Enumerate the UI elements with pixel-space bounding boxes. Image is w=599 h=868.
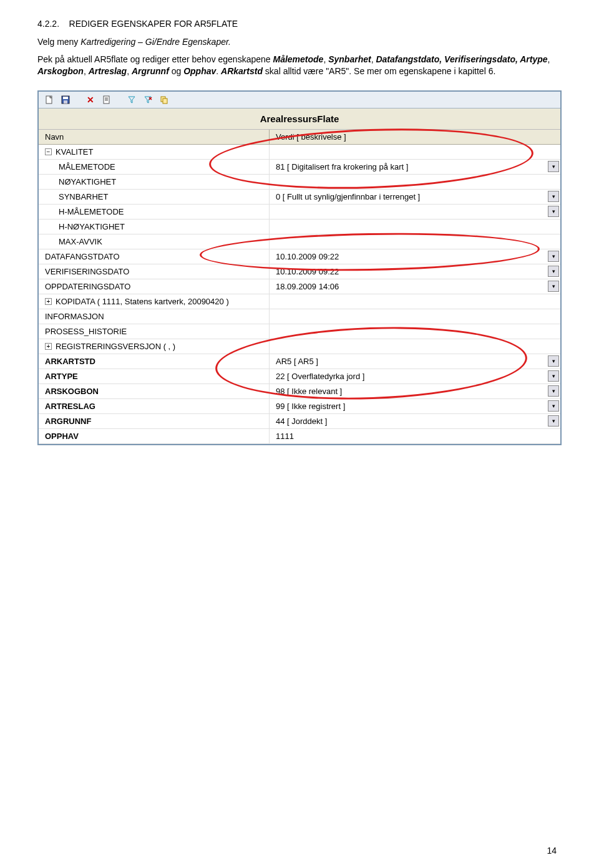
row-maxavvik[interactable]: MAX-AVVIK bbox=[39, 234, 560, 249]
filter-icon[interactable] bbox=[126, 94, 137, 105]
properties-panel-wrap: ✕ ArealressursFlate Navn Verdi [ beskriv… bbox=[37, 90, 562, 445]
chevron-down-icon[interactable]: ▾ bbox=[548, 161, 559, 172]
cell-name: SYNBARHET bbox=[39, 190, 270, 204]
row-artype[interactable]: ARTYPE 22 [ Overflatedyrka jord ]▾ bbox=[39, 369, 560, 384]
cell-value[interactable]: 10.10.2009 09:22 bbox=[276, 267, 339, 276]
cell-name: H-NØYAKTIGHET bbox=[39, 219, 270, 234]
cell-value[interactable]: 81 [ Digitalisert fra krokering på kart … bbox=[276, 162, 408, 171]
prop: ARkartstd bbox=[221, 66, 263, 76]
row-prosess-historie[interactable]: PROSESS_HISTORIE bbox=[39, 324, 560, 339]
chevron-down-icon[interactable]: ▾ bbox=[548, 206, 559, 217]
chevron-down-icon[interactable]: ▾ bbox=[548, 385, 559, 397]
cell-value[interactable]: AR5 [ AR5 ] bbox=[276, 357, 318, 366]
chevron-down-icon[interactable]: ▾ bbox=[548, 266, 559, 277]
text: Velg meny bbox=[37, 37, 80, 47]
copy-icon[interactable] bbox=[158, 94, 170, 105]
cell-name: KOPIDATA ( 1111, Statens kartverk, 20090… bbox=[56, 297, 229, 306]
cell-value[interactable] bbox=[270, 234, 560, 249]
chevron-down-icon[interactable]: ▾ bbox=[548, 370, 559, 382]
toolbar: ✕ bbox=[39, 92, 560, 109]
row-synbarhet[interactable]: SYNBARHET 0 [ Fullt ut synlig/gjenfinnba… bbox=[39, 190, 560, 205]
grid-header: Navn Verdi [ beskrivelse ] bbox=[39, 130, 560, 145]
cell-value[interactable] bbox=[270, 324, 560, 339]
row-oppdateringsdato[interactable]: OPPDATERINGSDATO 18.09.2009 14:06▾ bbox=[39, 279, 560, 294]
cell-value[interactable]: 18.09.2009 14:06 bbox=[276, 282, 339, 291]
cell-name: ARTRESLAG bbox=[39, 399, 270, 413]
properties-panel: ✕ ArealressursFlate Navn Verdi [ beskriv… bbox=[37, 90, 562, 445]
svg-rect-11 bbox=[163, 99, 167, 104]
text: Pek på aktuell AR5flate og rediger etter… bbox=[37, 54, 273, 64]
cell-name: DATAFANGSTDATO bbox=[39, 249, 270, 264]
expand-icon[interactable]: + bbox=[45, 298, 52, 305]
cell-value[interactable]: 10.10.2009 09:22 bbox=[276, 252, 339, 261]
chevron-down-icon[interactable]: ▾ bbox=[548, 400, 559, 412]
cell-value[interactable]: 98 [ Ikke relevant ] bbox=[276, 387, 342, 396]
panel-title: ArealressursFlate bbox=[45, 113, 554, 124]
row-opphav[interactable]: OPPHAV 1111 bbox=[39, 429, 560, 444]
cell-name: NØYAKTIGHET bbox=[39, 175, 270, 189]
delete-icon[interactable]: ✕ bbox=[85, 94, 96, 105]
header-value[interactable]: Verdi [ beskrivelse ] bbox=[270, 130, 560, 144]
cell-value[interactable]: 1111 bbox=[270, 429, 560, 443]
cell-name: KVALITET bbox=[56, 147, 93, 157]
cell-name: INFORMASJON bbox=[39, 309, 270, 324]
section-number: 4.2.2. bbox=[37, 19, 59, 29]
section-heading: 4.2.2. REDIGER EGENSKAPER FOR AR5FLATE bbox=[37, 19, 562, 29]
cell-value[interactable] bbox=[270, 219, 560, 234]
paragraph-2: Pek på aktuell AR5flate og rediger etter… bbox=[37, 54, 562, 78]
row-registreringsversjon[interactable]: +REGISTRERINGSVERSJON ( , ) bbox=[39, 339, 560, 354]
cell-name: PROSESS_HISTORIE bbox=[39, 324, 270, 339]
chevron-down-icon[interactable]: ▾ bbox=[548, 281, 559, 292]
cell-value[interactable]: 99 [ Ikke registrert ] bbox=[276, 402, 345, 411]
cell-value[interactable]: 44 [ Jorddekt ] bbox=[276, 417, 327, 426]
prop: Opphav bbox=[183, 66, 216, 76]
cell-name: ARKARTSTD bbox=[39, 354, 270, 369]
section-title-text: REDIGER EGENSKAPER FOR AR5FLATE bbox=[69, 19, 238, 29]
cell-value[interactable] bbox=[270, 294, 560, 309]
expand-icon[interactable]: + bbox=[45, 343, 52, 350]
cell-name: ARSKOGBON bbox=[39, 384, 270, 398]
row-datafangstdato[interactable]: DATAFANGSTDATO 10.10.2009 09:22▾ bbox=[39, 249, 560, 264]
cell-name: OPPDATERINGSDATO bbox=[39, 279, 270, 294]
prop: Målemetode bbox=[273, 54, 323, 64]
row-arkartstd[interactable]: ARKARTSTD AR5 [ AR5 ]▾ bbox=[39, 354, 560, 369]
chevron-down-icon[interactable]: ▾ bbox=[548, 355, 559, 367]
row-kopidata[interactable]: +KOPIDATA ( 1111, Statens kartverk, 2009… bbox=[39, 294, 560, 309]
row-kvalitet[interactable]: −KVALITET bbox=[39, 145, 560, 160]
cell-name: ARGRUNNF bbox=[39, 414, 270, 428]
cell-value[interactable] bbox=[270, 145, 560, 159]
cell-value[interactable] bbox=[270, 309, 560, 324]
row-noyaktighet[interactable]: NØYAKTIGHET bbox=[39, 175, 560, 190]
cell-value[interactable] bbox=[270, 175, 560, 189]
row-hmalemetode[interactable]: H-MÅLEMETODE ▾ bbox=[39, 205, 560, 219]
row-malemetode[interactable]: MÅLEMETODE 81 [ Digitalisert fra krokeri… bbox=[39, 160, 560, 175]
chevron-down-icon[interactable]: ▾ bbox=[548, 191, 559, 202]
panel-title-row: ArealressursFlate bbox=[39, 109, 560, 130]
row-hnoyaktighet[interactable]: H-NØYAKTIGHET bbox=[39, 219, 560, 234]
text: og bbox=[169, 66, 183, 76]
new-icon[interactable] bbox=[44, 94, 55, 105]
menu-path: Kartredigering – Gi/Endre Egenskaper. bbox=[80, 37, 231, 47]
cell-value[interactable] bbox=[270, 339, 560, 354]
header-name[interactable]: Navn bbox=[39, 130, 270, 144]
row-artreslag[interactable]: ARTRESLAG 99 [ Ikke registrert ]▾ bbox=[39, 399, 560, 414]
cell-name: VERIFISERINGSDATO bbox=[39, 264, 270, 279]
cell-value[interactable]: 22 [ Overflatedyrka jord ] bbox=[276, 372, 364, 381]
row-informasjon[interactable]: INFORMASJON bbox=[39, 309, 560, 324]
row-arskogbon[interactable]: ARSKOGBON 98 [ Ikke relevant ]▾ bbox=[39, 384, 560, 399]
filter-remove-icon[interactable] bbox=[142, 94, 153, 105]
row-argrunnf[interactable]: ARGRUNNF 44 [ Jorddekt ]▾ bbox=[39, 414, 560, 429]
save-icon[interactable] bbox=[60, 94, 71, 105]
prop: Arskogbon bbox=[37, 66, 84, 76]
chevron-down-icon[interactable]: ▾ bbox=[548, 251, 559, 262]
svg-rect-2 bbox=[63, 97, 68, 99]
text: , bbox=[127, 66, 132, 76]
collapse-icon[interactable]: − bbox=[45, 148, 52, 155]
chevron-down-icon[interactable]: ▾ bbox=[548, 415, 559, 427]
text: , bbox=[548, 54, 550, 64]
prop: Argrunnf bbox=[132, 66, 169, 76]
cell-value[interactable]: 0 [ Fullt ut synlig/gjenfinnbar i terren… bbox=[276, 192, 420, 201]
text: skal alltid være "AR5". Se mer om egensk… bbox=[263, 66, 495, 76]
document-icon[interactable] bbox=[101, 94, 112, 105]
row-verifiseringsdato[interactable]: VERIFISERINGSDATO 10.10.2009 09:22▾ bbox=[39, 264, 560, 279]
